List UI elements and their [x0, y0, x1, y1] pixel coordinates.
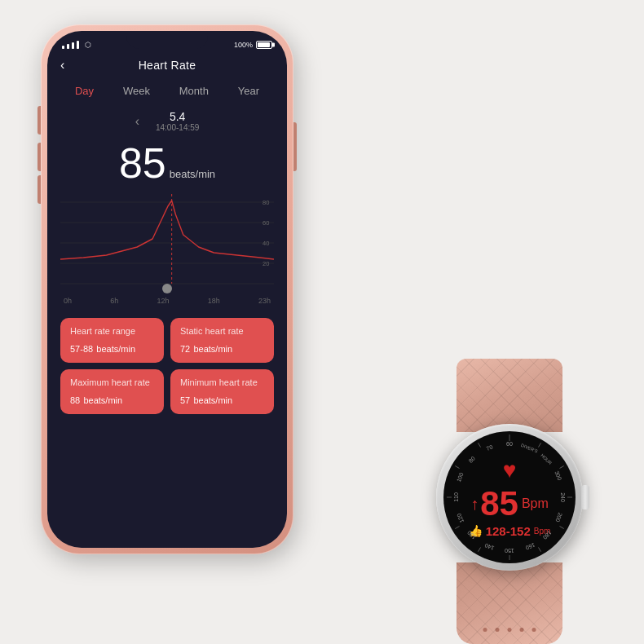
- signal-indicator: ⬡: [62, 41, 91, 49]
- watch-case: 60 DIVER'S HOUR 300 240 200 180 160 150 …: [436, 424, 583, 571]
- svg-text:140: 140: [484, 542, 496, 551]
- svg-text:60: 60: [262, 219, 270, 227]
- watch-container: 60 DIVER'S HOUR 300 240 200 180 160 150 …: [420, 359, 599, 595]
- svg-text:HOUR: HOUR: [540, 452, 553, 465]
- svg-line-18: [455, 527, 459, 529]
- battery-pct: 100%: [234, 41, 253, 49]
- back-button[interactable]: ‹: [60, 58, 64, 73]
- phone-outer: ⬡ 100% ‹ Heart Rate: [41, 24, 293, 554]
- x-label-12h: 12h: [157, 297, 169, 305]
- band-hole-4: [520, 628, 524, 632]
- svg-line-20: [455, 466, 459, 469]
- tab-week[interactable]: Week: [118, 83, 155, 99]
- svg-text:240: 240: [560, 492, 566, 502]
- bezel-svg: 60 DIVER'S HOUR 300 240 200 180 160 150 …: [443, 431, 576, 563]
- svg-line-21: [479, 443, 481, 447]
- x-label-6h: 6h: [110, 297, 118, 305]
- app-header: ‹ Heart Rate: [60, 54, 274, 78]
- svg-text:70: 70: [486, 444, 494, 452]
- time-range: 14:00-14:59: [156, 123, 199, 132]
- band-hole-5: [532, 628, 536, 632]
- hr-unit: beats/min: [170, 168, 215, 180]
- battery-icon: [256, 41, 272, 49]
- svg-text:80: 80: [262, 199, 270, 206]
- phone-notch: [126, 31, 208, 49]
- svg-text:300: 300: [554, 470, 562, 482]
- chart-x-labels: 0h 6h 12h 18h 23h: [60, 295, 274, 305]
- watch-face: 60 DIVER'S HOUR 300 240 200 180 160 150 …: [443, 431, 576, 563]
- stats-grid: Heart rate range 57-88 beats/min Static …: [60, 308, 274, 421]
- stat-label-min: Minimum heart rate: [180, 377, 264, 387]
- x-label-0h: 0h: [64, 297, 72, 305]
- svg-text:40: 40: [262, 240, 270, 247]
- svg-line-11: [539, 443, 541, 447]
- date-display: 5.4 14:00-14:59: [156, 110, 199, 132]
- stat-card-range: Heart rate range 57-88 beats/min: [60, 318, 164, 363]
- svg-text:DIVER'S: DIVER'S: [520, 443, 539, 454]
- battery-area: 100%: [234, 41, 272, 49]
- x-label-23h: 23h: [258, 297, 271, 305]
- svg-text:80: 80: [467, 455, 476, 464]
- app-screen: ‹ Heart Rate Day Week Month Year ‹: [47, 54, 287, 421]
- stat-value-max: 88 beats/min: [70, 392, 154, 406]
- band-bottom: [457, 562, 562, 644]
- band-holes: [483, 628, 536, 632]
- band-top: [457, 359, 562, 432]
- svg-line-17: [479, 547, 481, 551]
- svg-line-15: [539, 547, 541, 551]
- app-title: Heart Rate: [139, 59, 196, 72]
- chart-svg: 80 60 40 20: [60, 194, 274, 292]
- svg-text:100: 100: [456, 472, 465, 483]
- svg-text:110: 110: [453, 492, 459, 502]
- stat-value-range: 57-88 beats/min: [70, 341, 154, 355]
- stat-label-static: Static heart rate: [180, 326, 264, 336]
- stat-card-max: Maximum heart rate 88 beats/min: [60, 369, 164, 414]
- x-label-18h: 18h: [208, 297, 220, 305]
- prev-date-button[interactable]: ‹: [135, 114, 139, 129]
- stat-value-static: 72 beats/min: [180, 341, 264, 355]
- svg-text:120: 120: [456, 513, 465, 524]
- svg-text:60: 60: [506, 441, 513, 447]
- svg-text:180: 180: [542, 530, 553, 540]
- tab-bar: Day Week Month Year: [60, 78, 274, 107]
- stat-card-min: Minimum heart rate 57 beats/min: [170, 369, 274, 414]
- tab-month[interactable]: Month: [174, 83, 214, 99]
- chart-cursor: [162, 284, 172, 293]
- phone-wrapper: ⬡ 100% ‹ Heart Rate: [41, 24, 293, 554]
- svg-text:130: 130: [466, 530, 477, 540]
- svg-text:150: 150: [505, 548, 514, 554]
- svg-text:20: 20: [262, 260, 270, 267]
- watch-crown: [581, 485, 589, 509]
- svg-text:160: 160: [525, 542, 536, 551]
- scene: ⬡ 100% ‹ Heart Rate: [0, 0, 644, 644]
- stat-value-min: 57 beats/min: [180, 392, 264, 406]
- watch-wrapper: 60 DIVER'S HOUR 300 240 200 180 160 150 …: [420, 359, 599, 595]
- hr-display: 85 beats/min: [60, 135, 274, 187]
- svg-line-14: [559, 527, 563, 529]
- tab-day[interactable]: Day: [70, 83, 99, 99]
- phone-screen: ⬡ 100% ‹ Heart Rate: [47, 31, 287, 548]
- stat-label-max: Maximum heart rate: [70, 377, 154, 387]
- stat-label-range: Heart rate range: [70, 326, 154, 336]
- svg-text:200: 200: [554, 512, 563, 523]
- band-hole-3: [508, 628, 512, 632]
- date-number: 5.4: [156, 110, 199, 123]
- hr-number: 85: [119, 142, 166, 184]
- band-hole-1: [483, 628, 487, 632]
- svg-line-12: [559, 466, 563, 469]
- date-navigation: ‹ 5.4 14:00-14:59: [60, 107, 274, 135]
- tab-year[interactable]: Year: [233, 83, 264, 99]
- heart-rate-chart: 80 60 40 20 0h 6h 12h: [60, 194, 274, 308]
- band-hole-2: [496, 628, 500, 632]
- stat-card-static: Static heart rate 72 beats/min: [170, 318, 274, 363]
